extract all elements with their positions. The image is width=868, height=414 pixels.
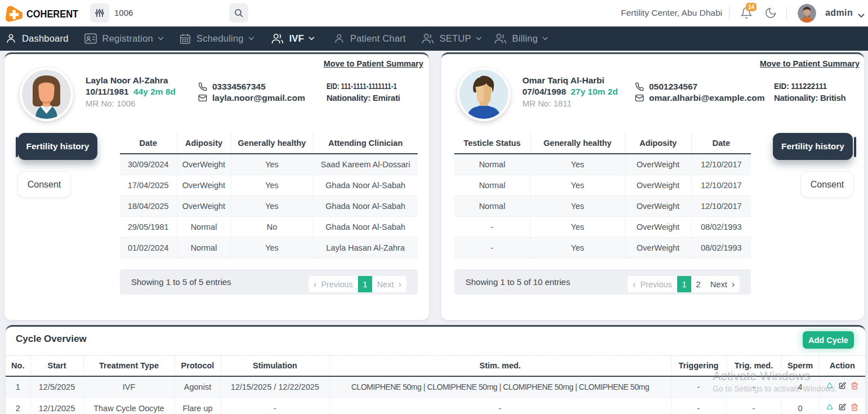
svg-text:COHERENT: COHERENT: [26, 8, 78, 20]
svg-text:EID: 111-1111-1111111-1: EID: 111-1111-1111111-1: [326, 82, 397, 91]
svg-text:EID: 111222111: EID: 111222111: [774, 82, 827, 91]
